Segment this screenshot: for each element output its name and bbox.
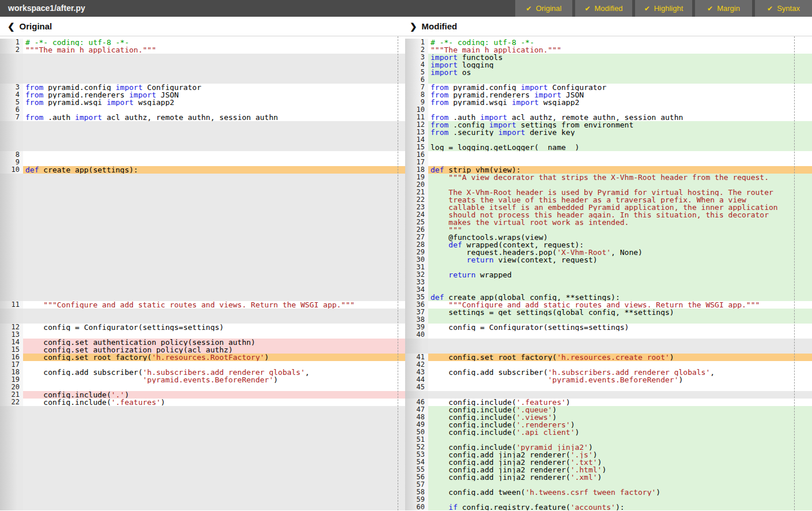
chevron-left-icon[interactable]: ❮ — [7, 21, 15, 32]
check-icon: ✔ — [584, 5, 590, 13]
code-row: 33 — [405, 279, 812, 286]
toolbar: ✔ Original ✔ Modified ✔ Highlight ✔ Marg… — [515, 0, 812, 17]
code-line: config.include('.') — [23, 391, 405, 399]
code-row: 53 config.add_jinja2_renderer('.js') — [405, 451, 812, 459]
code-row: 44 'pyramid.events.BeforeRender') — [405, 376, 812, 384]
code-line: config = Configurator(settings=settings) — [428, 324, 812, 331]
code-line: return wrapped — [428, 271, 812, 279]
original-pane: 1# -*- coding: utf-8 -*-2"""The main h a… — [0, 36, 405, 510]
code-row: 9 — [0, 159, 405, 166]
code-line — [428, 151, 812, 159]
code-row: 43 config.add_subscriber('h.subscribers.… — [405, 369, 812, 376]
code-row: 1# -*- coding: utf-8 -*- — [405, 39, 812, 46]
code-row: 15 config.set_authorization_policy(acl_a… — [0, 346, 405, 354]
code-row: 10def create_app(settings): — [0, 166, 405, 174]
line-number: 60 — [405, 504, 428, 510]
code-line: def create_app(global_config, **settings… — [428, 294, 812, 301]
code-row: 48 config.include('.views') — [405, 414, 812, 421]
code-line: """Configure and add static routes and v… — [23, 301, 405, 309]
check-icon: ✔ — [526, 5, 532, 13]
filler-area — [23, 309, 405, 324]
gutter — [405, 339, 428, 354]
code-line: from pyramid.renderers import JSON — [23, 91, 405, 99]
code-row: 17 — [405, 159, 812, 166]
code-line: def create_app(settings): — [23, 166, 405, 174]
line-number: 10 — [0, 166, 23, 174]
code-row: 12 config = Configurator(settings=settin… — [0, 324, 405, 331]
code-line — [428, 76, 812, 84]
code-row: 45 — [405, 384, 812, 391]
code-row: 54 config.add_jinja2_renderer('.txt') — [405, 459, 812, 466]
code-row: 30 return view(context, request) — [405, 256, 812, 264]
check-icon: ✔ — [707, 5, 713, 13]
filler-area — [23, 121, 405, 151]
filler-block — [405, 339, 812, 354]
code-line: config.set_authorization_policy(acl_auth… — [23, 346, 405, 354]
code-row: 3import functools — [405, 54, 812, 61]
line-number: 22 — [0, 399, 23, 406]
code-row: 47 config.include('.queue') — [405, 406, 812, 414]
code-row: 32 return wrapped — [405, 271, 812, 279]
code-line — [428, 361, 812, 369]
code-row: 52 config.include('pyramid_jinja2') — [405, 444, 812, 451]
line-number: 6 — [0, 106, 23, 114]
code-row: 5import os — [405, 69, 812, 76]
code-row: 6 — [405, 76, 812, 84]
toggle-margin-button[interactable]: ✔ Margin — [695, 0, 752, 17]
toggle-syntax-button[interactable]: ✔ Syntax — [755, 0, 812, 17]
code-line — [428, 136, 812, 144]
line-number: 2 — [0, 46, 23, 54]
filler-block — [405, 391, 812, 399]
code-row: 41 config.set_root_factory('h.resources.… — [405, 354, 812, 361]
line-number: 11 — [0, 301, 23, 309]
code-row: 46 config.include('.features') — [405, 399, 812, 406]
code-line: from pyramid.wsgi import wsgiapp2 — [428, 99, 812, 106]
code-line: from .auth import acl_authz, remote_auth… — [23, 114, 405, 121]
code-line: return view(context, request) — [428, 256, 812, 264]
code-line: @functools.wraps(view) — [428, 234, 812, 241]
code-line: config.add_jinja2_renderer('.html') — [428, 466, 812, 474]
original-pane-header: ❮ Original — [0, 21, 405, 32]
code-line: from pyramid.config import Configurator — [23, 84, 405, 91]
code-row: 38 — [405, 316, 812, 324]
code-row: 34 — [405, 286, 812, 294]
code-row: 21 config.include('.') — [0, 391, 405, 399]
toggle-modified-button[interactable]: ✔ Modified — [575, 0, 632, 17]
toggle-highlight-label: Highlight — [654, 4, 683, 13]
line-number: 7 — [405, 84, 428, 91]
toggle-original-button[interactable]: ✔ Original — [515, 0, 572, 17]
toggle-modified-label: Modified — [594, 4, 622, 13]
code-line — [428, 159, 812, 166]
code-line: config.include('.features') — [23, 399, 405, 406]
line-number: 1 — [405, 39, 428, 46]
filler-block — [0, 406, 405, 510]
code-line: treats the value of this header as a tra… — [428, 196, 812, 204]
filler-block — [0, 309, 405, 324]
filler-area — [23, 54, 405, 84]
code-line: config.add_jinja2_renderer('.xml') — [428, 474, 812, 481]
code-row: 35def create_app(global_config, **settin… — [405, 294, 812, 301]
code-line: makes the virtual root work as intended. — [428, 219, 812, 226]
code-line: 'pyramid.events.BeforeRender') — [23, 376, 405, 384]
line-number: 5 — [0, 99, 23, 106]
code-row: 18 config.add_subscriber('h.subscribers.… — [0, 369, 405, 376]
code-line: config.add_jinja2_renderer('.js') — [428, 451, 812, 459]
gutter — [0, 54, 23, 84]
code-row: 36 """Configure and add static routes an… — [405, 301, 812, 309]
code-row: 22 treats the value of this header as a … — [405, 196, 812, 204]
code-row: 22 config.include('.features') — [0, 399, 405, 406]
code-line — [23, 361, 405, 369]
filler-block — [0, 54, 405, 84]
original-pane-title: Original — [20, 21, 52, 31]
chevron-right-icon[interactable]: ❯ — [410, 21, 417, 32]
toggle-highlight-button[interactable]: ✔ Highlight — [635, 0, 692, 17]
code-row: 60 if config.registry.feature('accounts'… — [405, 504, 812, 510]
file-title: workspace1/after.py — [0, 0, 515, 17]
diff-content: 1# -*- coding: utf-8 -*-2"""The main h a… — [0, 36, 812, 510]
code-line — [428, 106, 812, 114]
filler-area — [23, 406, 405, 510]
code-row: 59 — [405, 496, 812, 504]
line-number: 45 — [405, 384, 428, 391]
code-line: """Configure and add static routes and v… — [428, 301, 812, 309]
code-row: 50 config.include('.api_client') — [405, 429, 812, 436]
